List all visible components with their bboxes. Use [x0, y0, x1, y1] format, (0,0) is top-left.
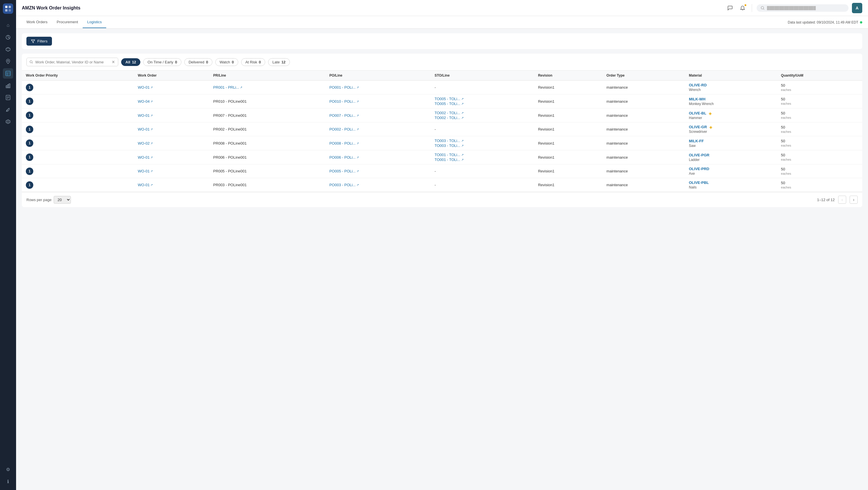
box-icon[interactable]	[3, 44, 13, 55]
cell-quantity: 50eaches	[777, 178, 862, 192]
material-code-link[interactable]: OLIVE-GR	[689, 125, 707, 129]
chip-watch[interactable]: Watch 0	[215, 58, 238, 66]
material-code-link[interactable]: OLIVE-BL	[689, 111, 706, 115]
cell-po-line[interactable]: PO007 - POLi... ↗	[325, 108, 430, 123]
po-line-link[interactable]: PO010 - POLi... ↗	[329, 99, 426, 104]
cell-order-type: maintenance	[602, 178, 685, 192]
cell-material: OLIVE-GR Screwdriver ◈	[685, 123, 777, 136]
search-clear-icon[interactable]: ✕	[112, 60, 115, 64]
cell-po-line[interactable]: PO010 - POLi... ↗	[325, 94, 430, 108]
material-code-link[interactable]: OLIVE-PGR	[689, 153, 710, 157]
chip-all[interactable]: All 12	[121, 58, 141, 66]
col-po-line: PO/Line	[325, 71, 430, 80]
cell-work-order[interactable]: WO-02 ↗	[134, 136, 209, 150]
cell-po-line[interactable]: PO008 - POLi... ↗	[325, 136, 430, 150]
search-input[interactable]	[35, 60, 110, 64]
cell-po-line[interactable]: PO005 - POLi... ↗	[325, 164, 430, 178]
pr-line-link[interactable]: PR001 - PRLi... ↗	[213, 85, 321, 90]
cell-work-order[interactable]: WO-01 ↗	[134, 80, 209, 94]
info-icon[interactable]: ℹ	[3, 476, 13, 487]
po-line-link[interactable]: PO003 - POLi... ↗	[329, 183, 426, 187]
plugin-icon[interactable]	[3, 117, 13, 127]
topbar-search[interactable]: ████████████████████	[756, 4, 848, 12]
chart-bar-icon[interactable]	[3, 80, 13, 91]
chip-delivered[interactable]: Delivered 0	[184, 58, 212, 66]
sto-link[interactable]: TO002 - TOLi... ↗	[435, 116, 530, 120]
filters-button[interactable]: Filters	[26, 37, 52, 45]
po-line-link[interactable]: PO005 - POLi... ↗	[329, 169, 426, 173]
material-code-link[interactable]: MILK-WH	[689, 97, 714, 101]
prev-page-button[interactable]: ‹	[838, 196, 846, 204]
quantity-value: 50	[781, 181, 785, 185]
cell-quantity: 50eaches	[777, 80, 862, 94]
work-order-link[interactable]: WO-01 ↗	[138, 169, 205, 173]
cell-work-order[interactable]: WO-01 ↗	[134, 108, 209, 123]
work-order-link[interactable]: WO-01 ↗	[138, 85, 205, 90]
chip-on-time-early[interactable]: On Time / Early 0	[143, 58, 181, 66]
work-order-link[interactable]: WO-04 ↗	[138, 99, 205, 104]
cell-po-line[interactable]: PO006 - POLi... ↗	[325, 150, 430, 164]
cell-work-order[interactable]: WO-01 ↗	[134, 123, 209, 136]
app-subtitle: Work Order Insights	[36, 5, 81, 10]
sto-link[interactable]: TO003 - TOLi... ↗	[435, 138, 530, 143]
po-line-link[interactable]: PO008 - POLi... ↗	[329, 141, 426, 145]
search-box[interactable]: ✕	[26, 58, 118, 66]
cell-po-line[interactable]: PO002 - POLi... ↗	[325, 123, 430, 136]
external-link-icon: ↗	[150, 128, 153, 131]
work-order-link[interactable]: WO-01 ↗	[138, 113, 205, 118]
po-line-link[interactable]: PO002 - POLi... ↗	[329, 127, 426, 131]
svg-rect-6	[6, 71, 10, 76]
work-order-link[interactable]: WO-01 ↗	[138, 155, 205, 160]
sto-link[interactable]: TO001 - TOLi... ↗	[435, 153, 530, 157]
external-link-icon: ↗	[356, 100, 359, 103]
table-icon[interactable]	[3, 68, 13, 78]
search-icon	[30, 60, 33, 64]
po-line-link[interactable]: PO006 - POLi... ↗	[329, 155, 426, 160]
work-order-link[interactable]: WO-01 ↗	[138, 183, 205, 187]
external-link-icon: ↗	[461, 102, 464, 105]
material-name: Saw	[689, 144, 704, 148]
cell-work-order[interactable]: WO-04 ↗	[134, 94, 209, 108]
chat-icon[interactable]	[725, 3, 735, 12]
sto-link[interactable]: TO003 - TOLi... ↗	[435, 143, 530, 148]
report-icon[interactable]	[3, 92, 13, 103]
tab-procurement[interactable]: Procurement	[52, 17, 82, 28]
cell-revision: Revision1	[534, 94, 602, 108]
cell-work-order[interactable]: WO-01 ↗	[134, 164, 209, 178]
chip-at-risk[interactable]: At Risk 0	[241, 58, 265, 66]
sto-link[interactable]: TO005 - TOLi... ↗	[435, 102, 530, 106]
sto-link[interactable]: TO001 - TOLi... ↗	[435, 158, 530, 162]
notification-icon[interactable]	[738, 3, 747, 12]
home-icon[interactable]: ⌂	[3, 20, 13, 30]
tab-logistics[interactable]: Logistics	[83, 17, 106, 28]
material-code-link[interactable]: OLIVE-PBL	[689, 181, 709, 185]
cell-work-order[interactable]: WO-01 ↗	[134, 150, 209, 164]
po-line-link[interactable]: PO007 - POLi... ↗	[329, 113, 426, 118]
cell-po-line[interactable]: PO001 - POLi... ↗	[325, 80, 430, 94]
material-code-link[interactable]: OLIVE-PRD	[689, 167, 709, 171]
sto-link[interactable]: TO002 - TOLi... ↗	[435, 111, 530, 115]
work-order-link[interactable]: WO-01 ↗	[138, 127, 205, 131]
work-order-link[interactable]: WO-02 ↗	[138, 141, 205, 145]
tab-work-orders[interactable]: Work Orders	[22, 17, 52, 28]
avatar[interactable]: A	[852, 3, 862, 13]
cell-order-type: maintenance	[602, 136, 685, 150]
po-line-link[interactable]: PO001 - POLi... ↗	[329, 85, 426, 90]
chip-late[interactable]: Late 12	[268, 58, 290, 66]
leaf-icon[interactable]	[3, 104, 13, 115]
material-code-link[interactable]: OLIVE-RD	[689, 83, 707, 87]
settings-icon[interactable]: ⚙	[3, 464, 13, 475]
location-icon[interactable]	[3, 56, 13, 67]
sto-link[interactable]: TO005 - TOLi... ↗	[435, 97, 530, 101]
rows-per-page-select[interactable]: 20 50 100	[54, 196, 71, 204]
next-page-button[interactable]: ›	[849, 196, 858, 204]
external-link-icon: ↗	[150, 100, 153, 103]
analytics-icon[interactable]	[3, 32, 13, 42]
chip-at-risk-label: At Risk	[245, 60, 257, 64]
cell-material: OLIVE-PRD Axe	[685, 164, 777, 178]
cell-work-order[interactable]: WO-01 ↗	[134, 178, 209, 192]
cell-material: MILK-WH Monkey Wrench	[685, 94, 777, 108]
chip-all-label: All	[125, 60, 130, 64]
cell-po-line[interactable]: PO003 - POLi... ↗	[325, 178, 430, 192]
material-code-link[interactable]: MILK-FF	[689, 139, 704, 143]
